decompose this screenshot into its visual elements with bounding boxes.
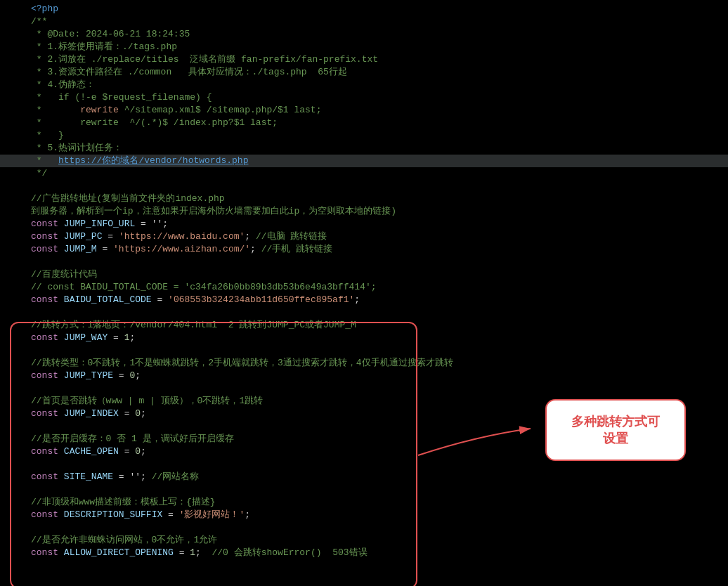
code-line: * https://你的域名/vendor/hotwords.php [0,155,728,167]
line-content: * @Date: 2024-06-21 18:24:35 [31,28,724,41]
code-line: //是否允许非蜘蛛访问网站，0不允许，1允许 [0,534,728,547]
code-line [0,458,728,471]
code-line [0,256,728,268]
line-content: const JUMP_WAY = 1; [31,332,724,344]
line-content: // const BAIDU_TOTAL_CODE = 'c34fa26b0bb… [31,281,724,294]
code-line [0,521,728,534]
code-line: const SITE_NAME = ''; //网站名称 [0,471,728,483]
code-line: * 1.标签使用请看：./tags.php [0,41,728,53]
code-line [0,420,728,433]
line-content: //百度统计代码 [31,268,724,281]
line-content: const JUMP_M = 'https://www.aizhan.com/'… [31,243,724,256]
code-line [0,483,728,496]
line-content: //是否允许非蜘蛛访问网站，0不允许，1允许 [31,534,724,547]
code-line: const DESCRIPTION_SUFFIX = '影视好网站！'; [0,509,728,521]
code-line: const CACHE_OPEN = 0; [0,445,728,458]
line-content: const CACHE_OPEN = 0; [31,445,724,458]
code-line: * rewrite ^/sitemap.xml$ /sitemap.php/$1… [0,104,728,117]
line-content: //是否开启缓存：0 否 1 是，调试好后开启缓存 [31,433,724,445]
line-content: //广告跳转地址(复制当前文件夹的index.php [31,193,724,205]
code-line: /** [0,15,728,28]
line-content: /** [31,15,724,28]
code-line: //跳转类型：0不跳转，1不是蜘蛛就跳转，2手机端就跳转，3通过搜索才跳转，4仅… [0,357,728,370]
code-line: * rewrite ^/(.*)$ /index.php?$1 last; [0,117,728,129]
code-line: //是否开启缓存：0 否 1 是，调试好后开启缓存 [0,433,728,445]
line-content: //首页是否跳转（www | m | 顶级），0不跳转，1跳转 [31,395,724,408]
line-content: const SITE_NAME = ''; //网站名称 [31,471,724,483]
code-line: */ [0,167,728,180]
code-line: * 2.词放在 ./replace/titles 泛域名前缀 fan-prefi… [0,53,728,66]
code-editor: <?php/** * @Date: 2024-06-21 18:24:35 * … [0,0,728,586]
line-content: const JUMP_INFO_URL = ''; [31,218,724,230]
code-line: const JUMP_M = 'https://www.aizhan.com/'… [0,243,728,256]
code-line: 到服务器，解析到一个ip，注意如果开启海外防火墙需要加白此ip，为空则取本地的链… [0,205,728,218]
line-content: const DESCRIPTION_SUFFIX = '影视好网站！'; [31,509,724,521]
code-line: //非顶级和www描述前缀：模板上写：{描述} [0,496,728,509]
line-content: * https://你的域名/vendor/hotwords.php [31,155,724,167]
line-content: <?php [31,3,724,15]
code-line: * @Date: 2024-06-21 18:24:35 [0,28,728,41]
code-line: const JUMP_INDEX = 0; [0,408,728,420]
code-line: const JUMP_INFO_URL = ''; [0,218,728,230]
code-line: * 5.热词计划任务： [0,142,728,155]
code-line: const JUMP_WAY = 1; [0,332,728,344]
line-content: * 4.伪静态： [31,79,724,91]
line-content: const JUMP_PC = 'https://www.baidu.com';… [31,230,724,243]
line-content: //跳转类型：0不跳转，1不是蜘蛛就跳转，2手机端就跳转，3通过搜索才跳转，4仅… [31,357,724,370]
line-content: * 1.标签使用请看：./tags.php [31,41,724,53]
code-line: //百度统计代码 [0,268,728,281]
code-line: //首页是否跳转（www | m | 顶级），0不跳转，1跳转 [0,395,728,408]
line-content: const BAIDU_TOTAL_CODE = '068553b324234a… [31,294,724,306]
line-content: //跳转方式：1落地页：/vendor/404.html 2 跳转到JUMP_P… [31,319,724,332]
code-line: //跳转方式：1落地页：/vendor/404.html 2 跳转到JUMP_P… [0,319,728,332]
code-line: const BAIDU_TOTAL_CODE = '068553b324234a… [0,294,728,306]
line-content: const JUMP_TYPE = 0; [31,370,724,382]
code-line: const ALLOW_DIRECT_OPENING = 1; //0 会跳转s… [0,547,728,559]
line-content: * if (!-e $request_filename) { [31,91,724,104]
line-content: * 2.词放在 ./replace/titles 泛域名前缀 fan-prefi… [31,53,724,66]
code-line: const JUMP_TYPE = 0; [0,370,728,382]
line-content: * } [31,129,724,142]
line-content: //非顶级和www描述前缀：模板上写：{描述} [31,496,724,509]
line-content: */ [31,167,724,180]
code-line: <?php [0,3,728,15]
code-line: // const BAIDU_TOTAL_CODE = 'c34fa26b0bb… [0,281,728,294]
code-line: * if (!-e $request_filename) { [0,91,728,104]
line-content: * 5.热词计划任务： [31,142,724,155]
code-line: * 4.伪静态： [0,79,728,91]
code-line: * 3.资源文件路径在 ./common 具体对应情况：./tags.php 6… [0,66,728,79]
code-line: const JUMP_PC = 'https://www.baidu.com';… [0,230,728,243]
line-content: 到服务器，解析到一个ip，注意如果开启海外防火墙需要加白此ip，为空则取本地的链… [31,205,724,218]
code-line: * } [0,129,728,142]
line-content: * 3.资源文件路径在 ./common 具体对应情况：./tags.php 6… [31,66,724,79]
code-line [0,306,728,319]
code-line: //广告跳转地址(复制当前文件夹的index.php [0,193,728,205]
code-line [0,344,728,357]
line-content: * rewrite ^/(.*)$ /index.php?$1 last; [31,117,724,129]
code-line [0,180,728,193]
code-line [0,382,728,395]
line-content: * rewrite ^/sitemap.xml$ /sitemap.php/$1… [31,104,724,117]
line-content: const JUMP_INDEX = 0; [31,408,724,420]
line-content: const ALLOW_DIRECT_OPENING = 1; //0 会跳转s… [31,547,724,559]
